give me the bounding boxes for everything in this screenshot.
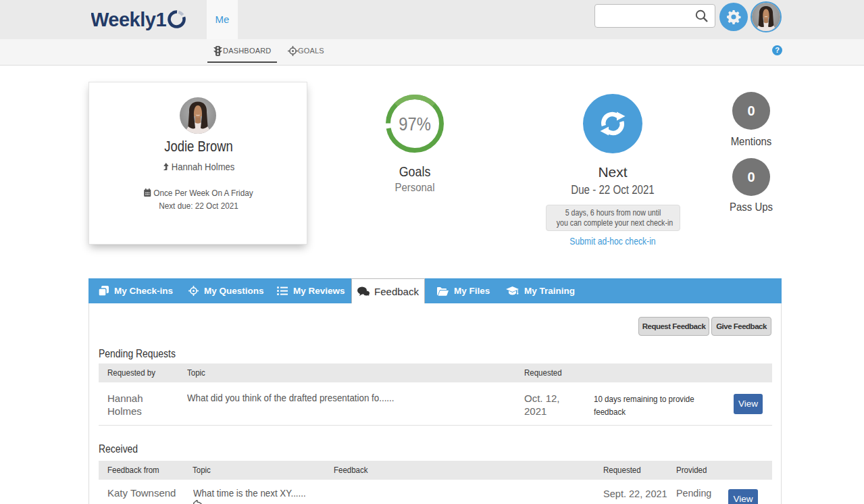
svg-text:Weekly1: Weekly1: [91, 9, 166, 30]
